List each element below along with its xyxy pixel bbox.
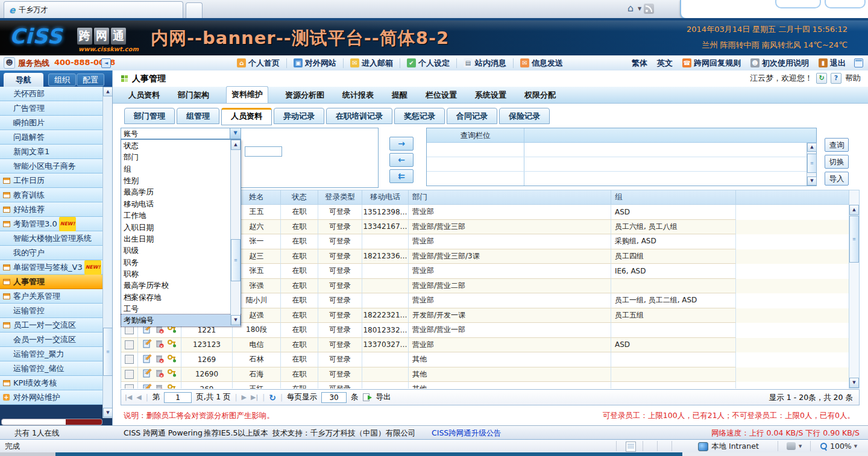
refresh-list-icon[interactable]: ↻: [269, 393, 276, 402]
toolbar-item-跨网回复规则[interactable]: ☎跨网回复规则: [678, 58, 746, 68]
export-icon[interactable]: [363, 393, 372, 402]
prev-page-icon[interactable]: ◀: [136, 393, 141, 401]
new-tab-button[interactable]: [186, 2, 203, 19]
password-key-icon[interactable]: [167, 339, 177, 350]
switch-button[interactable]: 切换: [825, 155, 849, 169]
edit-icon[interactable]: [143, 339, 152, 350]
query-row[interactable]: [427, 172, 816, 186]
chevron-down-icon[interactable]: ▼: [230, 128, 241, 139]
subtab-部门管理[interactable]: 部门管理: [124, 108, 175, 124]
query-panel-scrollbar[interactable]: ▲ ≡ ▼: [807, 143, 816, 186]
dropdown-option-工作地[interactable]: 工作地: [121, 210, 241, 221]
sidebar-item-会员一对一交流区[interactable]: 会员一对一交流区: [0, 333, 102, 347]
field-value-input[interactable]: [245, 146, 282, 157]
chevron-down-icon[interactable]: ▼: [854, 444, 857, 449]
delete-icon[interactable]: ×: [155, 384, 164, 389]
next-page-icon[interactable]: ▶: [242, 393, 247, 401]
subtab-组管理[interactable]: 组管理: [177, 108, 219, 124]
scroll-down-icon[interactable]: ▼: [231, 315, 241, 325]
sidebar-item-运输管控_储位[interactable]: 运输管控_储位: [0, 361, 102, 376]
row-checkbox[interactable]: [125, 355, 134, 364]
scrollbar-thumb[interactable]: ≡: [849, 216, 859, 263]
scrollbar-thumb[interactable]: ≡: [231, 239, 241, 281]
scrollbar-thumb[interactable]: ≡: [807, 154, 817, 173]
import-button[interactable]: 导入: [825, 172, 849, 186]
browser-tab[interactable]: e 千乡万才: [4, 1, 183, 18]
sidebar-item-人事管理[interactable]: 人事管理: [0, 275, 102, 289]
query-row[interactable]: [427, 143, 816, 157]
dropdown-option-性别[interactable]: 性别: [121, 175, 241, 186]
dropdown-option-部门[interactable]: 部门: [121, 151, 241, 163]
dropdown-option-出生日期[interactable]: 出生日期: [121, 233, 241, 245]
scroll-up-icon[interactable]: ▲: [103, 87, 113, 96]
delete-icon[interactable]: ×: [155, 369, 164, 379]
dropdown-option-档案保存地[interactable]: 档案保存地: [121, 292, 241, 303]
move-all-left-button[interactable]: ⇇: [389, 169, 414, 183]
delete-icon[interactable]: ×: [155, 339, 164, 350]
tab-navigation[interactable]: 导航: [4, 73, 43, 87]
sidebar-item-运输管控[interactable]: 运输管控: [0, 304, 102, 318]
edit-icon[interactable]: [143, 384, 152, 389]
toolbar-item-信息发送[interactable]: ✉信息发送: [514, 58, 570, 68]
scroll-up-icon[interactable]: ▲: [849, 205, 859, 215]
sidebar-item-瞬拍图片[interactable]: 瞬拍图片: [0, 116, 102, 130]
dropdown-option-移动电话[interactable]: 移动电话: [121, 198, 241, 210]
password-key-icon[interactable]: [167, 384, 177, 389]
sidebar-item-广告管理[interactable]: 广告管理: [0, 101, 102, 116]
sidebar-item-好站推荐[interactable]: 好站推荐: [0, 202, 102, 217]
last-page-icon[interactable]: ▶|: [251, 393, 258, 401]
row-checkbox[interactable]: [125, 370, 134, 379]
home-icon[interactable]: ⌂: [624, 3, 637, 14]
subtab-异动记录[interactable]: 异动记录: [274, 108, 324, 124]
menu-item-资料维护[interactable]: 资料维护: [226, 86, 268, 103]
sidebar-item-新闻文章1[interactable]: 新闻文章1: [0, 145, 102, 159]
zoom-level[interactable]: 100%: [830, 442, 852, 451]
sidebar-item-单据管理与签核_V3[interactable]: 单据管理与签核_V3NEW!: [0, 260, 102, 275]
scroll-down-icon[interactable]: ▼: [807, 176, 817, 186]
chevron-down-icon[interactable]: ▼: [799, 444, 802, 449]
scroll-up-icon[interactable]: ▲: [807, 143, 817, 152]
subtab-合同记录[interactable]: 合同记录: [447, 108, 497, 124]
first-page-icon[interactable]: |◀: [125, 393, 132, 401]
dropdown-option-组[interactable]: 组: [121, 163, 241, 175]
dropdown-option-状态[interactable]: 状态: [121, 140, 241, 151]
toolbar-item-对外网站[interactable]: ▣对外网站: [287, 58, 344, 68]
table-scrollbar[interactable]: ▲ ≡ ▼: [849, 190, 860, 389]
scroll-down-icon[interactable]: ▼: [849, 378, 859, 388]
toolbar-item-初次使用说明[interactable]: ☻初次使用说明: [746, 58, 814, 68]
toolbar-item-站内消息[interactable]: ▤站内消息: [457, 58, 514, 68]
home-dropdown-caret[interactable]: ▼: [638, 6, 641, 11]
menu-item-系统设置[interactable]: 系统设置: [474, 87, 508, 103]
sidebar-scrollbar[interactable]: ▲ ≡ ▼: [102, 87, 112, 418]
sidebar-item-问题解答[interactable]: 问题解答: [0, 130, 102, 145]
page-number-input[interactable]: [164, 392, 192, 403]
row-checkbox[interactable]: [125, 325, 134, 334]
password-key-icon[interactable]: [167, 369, 177, 379]
dropdown-scrollbar[interactable]: ▲ ≡ ▼: [230, 140, 241, 325]
dropdown-option-工号[interactable]: 工号: [121, 303, 241, 314]
scroll-down-icon[interactable]: ▼: [103, 408, 113, 417]
menu-item-统计报表[interactable]: 统计报表: [341, 87, 375, 103]
sidebar-item-对外网站维护[interactable]: +对外网站维护: [0, 390, 102, 405]
row-checkbox[interactable]: [125, 340, 134, 349]
help-icon[interactable]: ?: [831, 73, 841, 84]
protected-mode-icon[interactable]: [787, 442, 796, 450]
dropdown-option-最高学历学校[interactable]: 最高学历学校: [121, 280, 241, 291]
menu-item-资源分析图[interactable]: 资源分析图: [284, 87, 326, 103]
sidebar-item-我的守户[interactable]: 我的守户: [0, 246, 102, 260]
menu-item-人员资料[interactable]: 人员资料: [127, 87, 161, 103]
menu-item-权限分配[interactable]: 权限分配: [523, 87, 557, 103]
menu-item-部门架构[interactable]: 部门架构: [177, 87, 210, 103]
restore-window-icon[interactable]: [854, 58, 863, 67]
sidebar-item-KPI绩效考核[interactable]: KPI绩效考核: [0, 376, 102, 390]
upgrade-announcement-link[interactable]: CISS跨网通升级公告: [432, 428, 502, 439]
subtab-奖惩记录[interactable]: 奖惩记录: [394, 108, 445, 124]
menu-item-提醒[interactable]: 提醒: [391, 87, 409, 103]
per-page-input[interactable]: [321, 392, 347, 403]
delete-icon[interactable]: ×: [155, 354, 164, 365]
sidebar-item-教育训练[interactable]: 教育训练: [0, 188, 102, 202]
dropdown-option-职称[interactable]: 职称: [121, 268, 241, 280]
subtab-保险记录[interactable]: 保险记录: [499, 108, 550, 124]
sidebar-item-员工一对一交流区[interactable]: 员工一对一交流区: [0, 318, 102, 333]
export-label[interactable]: 导出: [376, 392, 391, 402]
